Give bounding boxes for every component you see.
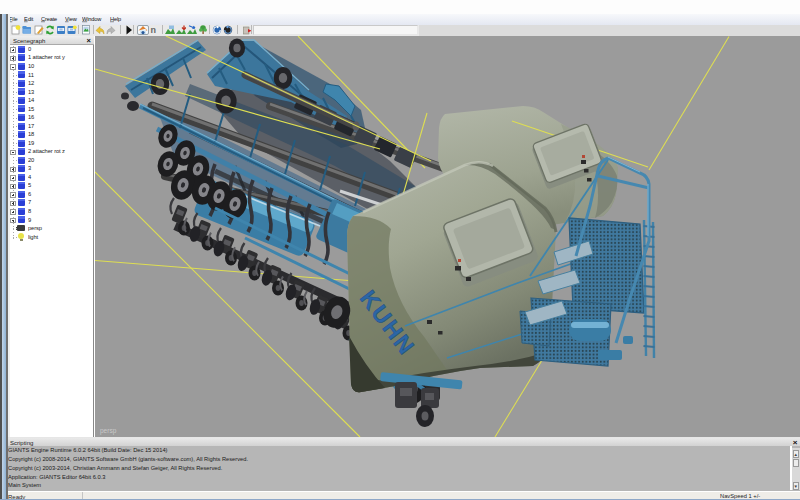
svg-text:persp: persp — [100, 427, 117, 435]
